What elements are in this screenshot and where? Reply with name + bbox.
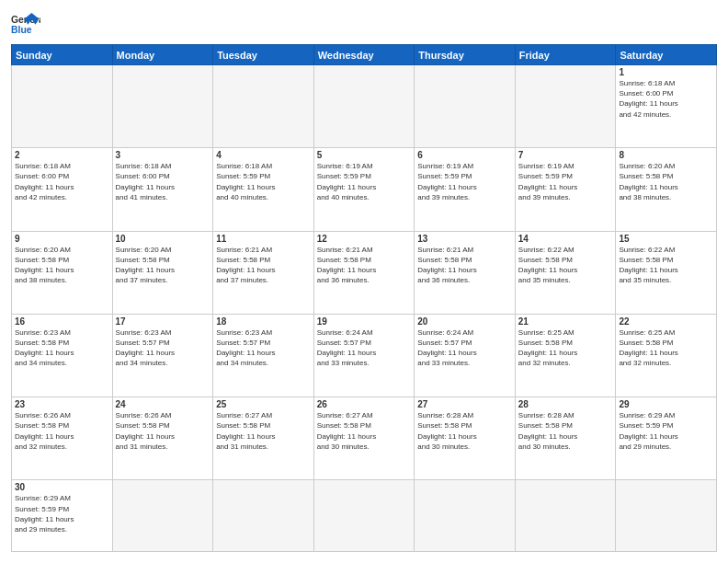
- day-info: Sunrise: 6:28 AM Sunset: 5:58 PM Dayligh…: [518, 410, 613, 452]
- calendar-day-cell: 26Sunrise: 6:27 AM Sunset: 5:58 PM Dayli…: [313, 397, 415, 480]
- day-info: Sunrise: 6:21 AM Sunset: 5:58 PM Dayligh…: [317, 245, 412, 286]
- day-info: Sunrise: 6:18 AM Sunset: 6:00 PM Dayligh…: [116, 161, 210, 202]
- calendar-day-cell: 30Sunrise: 6:29 AM Sunset: 5:59 PM Dayli…: [12, 480, 113, 552]
- calendar-day-cell: [415, 65, 516, 148]
- weekday-header-monday: Monday: [112, 45, 213, 65]
- weekday-header-thursday: Thursday: [415, 45, 516, 65]
- calendar-day-cell: [415, 480, 516, 552]
- calendar-day-cell: 19Sunrise: 6:24 AM Sunset: 5:57 PM Dayli…: [313, 314, 415, 396]
- calendar-day-cell: 14Sunrise: 6:22 AM Sunset: 5:58 PM Dayli…: [515, 231, 616, 314]
- calendar-week-row: 23Sunrise: 6:26 AM Sunset: 5:58 PM Dayli…: [12, 397, 717, 480]
- weekday-header-friday: Friday: [515, 45, 616, 65]
- day-number: 2: [15, 150, 109, 160]
- calendar-day-cell: 25Sunrise: 6:27 AM Sunset: 5:58 PM Dayli…: [213, 397, 314, 480]
- svg-text:Blue: Blue: [11, 25, 32, 35]
- day-info: Sunrise: 6:26 AM Sunset: 5:58 PM Dayligh…: [15, 410, 109, 452]
- day-number: 20: [417, 316, 512, 327]
- calendar-day-cell: 20Sunrise: 6:24 AM Sunset: 5:57 PM Dayli…: [415, 314, 516, 396]
- page: General Blue SundayMondayTuesdayWednesda…: [0, 0, 728, 563]
- day-number: 3: [116, 150, 210, 160]
- day-number: 22: [619, 316, 713, 327]
- calendar-day-cell: 23Sunrise: 6:26 AM Sunset: 5:58 PM Dayli…: [12, 397, 113, 480]
- calendar-day-cell: 2Sunrise: 6:18 AM Sunset: 6:00 PM Daylig…: [12, 148, 113, 231]
- day-info: Sunrise: 6:22 AM Sunset: 5:58 PM Dayligh…: [518, 245, 613, 286]
- calendar-day-cell: 5Sunrise: 6:19 AM Sunset: 5:59 PM Daylig…: [313, 148, 415, 231]
- day-info: Sunrise: 6:19 AM Sunset: 5:59 PM Dayligh…: [518, 161, 613, 202]
- day-info: Sunrise: 6:26 AM Sunset: 5:58 PM Dayligh…: [116, 410, 210, 452]
- day-info: Sunrise: 6:21 AM Sunset: 5:58 PM Dayligh…: [216, 245, 311, 286]
- day-number: 30: [15, 482, 109, 492]
- day-number: 13: [417, 234, 512, 244]
- day-info: Sunrise: 6:24 AM Sunset: 5:57 PM Dayligh…: [317, 327, 412, 369]
- day-info: Sunrise: 6:19 AM Sunset: 5:59 PM Dayligh…: [317, 161, 412, 202]
- calendar-day-cell: 4Sunrise: 6:18 AM Sunset: 5:59 PM Daylig…: [213, 148, 314, 231]
- calendar-day-cell: 16Sunrise: 6:23 AM Sunset: 5:58 PM Dayli…: [12, 314, 113, 396]
- day-number: 27: [417, 399, 512, 409]
- day-number: 24: [116, 399, 210, 409]
- calendar-week-row: 2Sunrise: 6:18 AM Sunset: 6:00 PM Daylig…: [12, 148, 717, 231]
- day-info: Sunrise: 6:20 AM Sunset: 5:58 PM Dayligh…: [116, 245, 210, 286]
- calendar-day-cell: [112, 65, 213, 148]
- day-number: 25: [216, 399, 311, 409]
- logo: General Blue: [11, 11, 40, 37]
- day-number: 11: [216, 234, 311, 244]
- calendar-day-cell: 15Sunrise: 6:22 AM Sunset: 5:58 PM Dayli…: [616, 231, 717, 314]
- day-number: 16: [15, 316, 109, 327]
- day-info: Sunrise: 6:22 AM Sunset: 5:58 PM Dayligh…: [619, 245, 713, 286]
- day-number: 9: [15, 234, 109, 244]
- calendar-week-row: 30Sunrise: 6:29 AM Sunset: 5:59 PM Dayli…: [12, 480, 717, 552]
- day-number: 29: [619, 399, 713, 409]
- day-number: 8: [619, 150, 713, 160]
- day-number: 15: [619, 234, 713, 244]
- calendar-day-cell: 7Sunrise: 6:19 AM Sunset: 5:59 PM Daylig…: [515, 148, 616, 231]
- day-number: 28: [518, 399, 613, 409]
- calendar-day-cell: 11Sunrise: 6:21 AM Sunset: 5:58 PM Dayli…: [213, 231, 314, 314]
- day-number: 12: [317, 234, 412, 244]
- calendar-day-cell: [515, 480, 616, 552]
- calendar-day-cell: [213, 65, 314, 148]
- calendar-week-row: 9Sunrise: 6:20 AM Sunset: 5:58 PM Daylig…: [12, 231, 717, 314]
- weekday-header-saturday: Saturday: [616, 45, 717, 65]
- calendar-day-cell: [616, 480, 717, 552]
- day-number: 5: [317, 150, 412, 160]
- calendar-day-cell: 10Sunrise: 6:20 AM Sunset: 5:58 PM Dayli…: [112, 231, 213, 314]
- calendar-day-cell: [515, 65, 616, 148]
- calendar-day-cell: 12Sunrise: 6:21 AM Sunset: 5:58 PM Dayli…: [313, 231, 415, 314]
- calendar-week-row: 16Sunrise: 6:23 AM Sunset: 5:58 PM Dayli…: [12, 314, 717, 396]
- day-number: 4: [216, 150, 311, 160]
- day-info: Sunrise: 6:20 AM Sunset: 5:58 PM Dayligh…: [15, 245, 109, 286]
- day-info: Sunrise: 6:27 AM Sunset: 5:58 PM Dayligh…: [216, 410, 311, 452]
- day-number: 6: [417, 150, 512, 160]
- day-info: Sunrise: 6:23 AM Sunset: 5:57 PM Dayligh…: [116, 327, 210, 369]
- day-number: 19: [317, 316, 412, 327]
- day-number: 18: [216, 316, 311, 327]
- calendar-day-cell: 29Sunrise: 6:29 AM Sunset: 5:59 PM Dayli…: [616, 397, 717, 480]
- day-info: Sunrise: 6:18 AM Sunset: 6:00 PM Dayligh…: [15, 161, 109, 202]
- calendar-day-cell: 13Sunrise: 6:21 AM Sunset: 5:58 PM Dayli…: [415, 231, 516, 314]
- calendar-week-row: 1Sunrise: 6:18 AM Sunset: 6:00 PM Daylig…: [12, 65, 717, 148]
- day-info: Sunrise: 6:28 AM Sunset: 5:58 PM Dayligh…: [417, 410, 512, 452]
- day-info: Sunrise: 6:24 AM Sunset: 5:57 PM Dayligh…: [417, 327, 512, 369]
- calendar-day-cell: [313, 480, 415, 552]
- day-info: Sunrise: 6:27 AM Sunset: 5:58 PM Dayligh…: [317, 410, 412, 452]
- calendar-day-cell: 3Sunrise: 6:18 AM Sunset: 6:00 PM Daylig…: [112, 148, 213, 231]
- day-number: 1: [619, 67, 713, 77]
- calendar-day-cell: 22Sunrise: 6:25 AM Sunset: 5:58 PM Dayli…: [616, 314, 717, 396]
- calendar-table: SundayMondayTuesdayWednesdayThursdayFrid…: [11, 44, 717, 552]
- weekday-header-wednesday: Wednesday: [313, 45, 415, 65]
- calendar-day-cell: [112, 480, 213, 552]
- day-number: 21: [518, 316, 613, 327]
- header: General Blue: [11, 11, 717, 37]
- generalblue-logo-icon: General Blue: [11, 11, 40, 37]
- calendar-day-cell: 18Sunrise: 6:23 AM Sunset: 5:57 PM Dayli…: [213, 314, 314, 396]
- day-info: Sunrise: 6:18 AM Sunset: 6:00 PM Dayligh…: [619, 78, 713, 120]
- calendar-day-cell: 27Sunrise: 6:28 AM Sunset: 5:58 PM Dayli…: [415, 397, 516, 480]
- calendar-day-cell: [213, 480, 314, 552]
- day-info: Sunrise: 6:25 AM Sunset: 5:58 PM Dayligh…: [518, 327, 613, 369]
- day-info: Sunrise: 6:25 AM Sunset: 5:58 PM Dayligh…: [619, 327, 713, 369]
- day-info: Sunrise: 6:29 AM Sunset: 5:59 PM Dayligh…: [619, 410, 713, 452]
- calendar-day-cell: 28Sunrise: 6:28 AM Sunset: 5:58 PM Dayli…: [515, 397, 616, 480]
- day-info: Sunrise: 6:18 AM Sunset: 5:59 PM Dayligh…: [216, 161, 311, 202]
- weekday-header-tuesday: Tuesday: [213, 45, 314, 65]
- day-number: 7: [518, 150, 613, 160]
